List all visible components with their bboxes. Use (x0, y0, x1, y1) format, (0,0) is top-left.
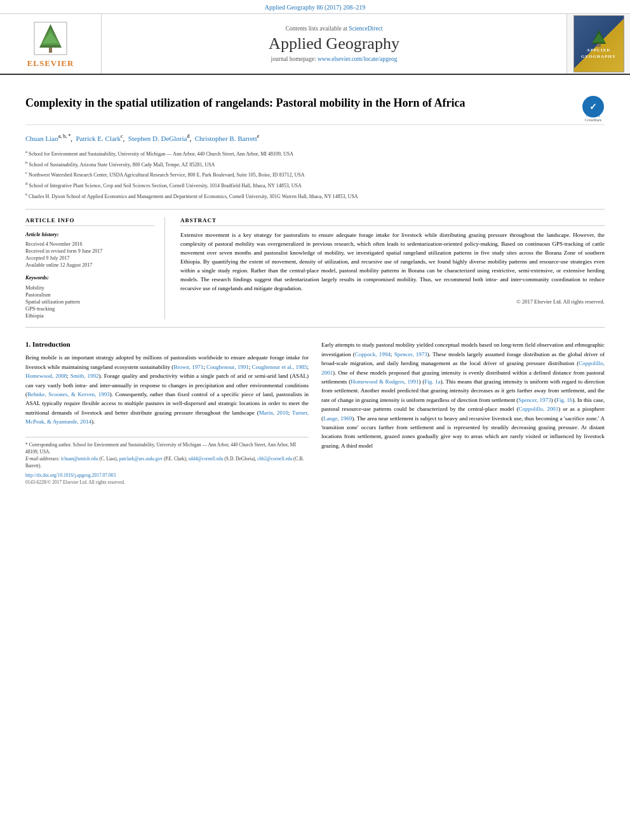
journal-title: Applied Geography (269, 34, 399, 53)
svg-text:CrossMark: CrossMark (586, 114, 601, 117)
article-title-section: Complexity in the spatial utilization of… (25, 88, 605, 125)
author-liao[interactable]: Chuan Liao (25, 135, 58, 142)
affil-d: d School of Integrative Plant Science, C… (25, 180, 605, 190)
journal-homepage: journal homepage: www.elsevier.com/locat… (271, 56, 398, 62)
footnote-area: * Corresponding author. School for Envir… (25, 437, 309, 485)
doi-line: http://dx.doi.org/10.1016/j.apgeog.2017.… (25, 472, 309, 478)
body-right-column: Early attempts to study pastoral mobilit… (321, 340, 605, 484)
abstract-label: ABSTRACT (180, 217, 605, 226)
main-content: Complexity in the spatial utilization of… (0, 75, 630, 498)
introduction-text: Being mobile is an important strategy ad… (25, 353, 309, 426)
accepted-date: Accepted 9 July 2017 (25, 255, 154, 261)
issn-line: 0143-6228/© 2017 Elsevier Ltd. All right… (25, 479, 309, 485)
ref-brown1971[interactable]: Brown, 1971 (173, 364, 203, 370)
ref-coughenour1985[interactable]: Coughenour et al., 1985 (252, 364, 307, 370)
ref-homewood1991[interactable]: Homewood & Rodgers, 1991 (351, 378, 419, 385)
right-column-text: Early attempts to study pastoral mobilit… (321, 340, 605, 450)
email-liao[interactable]: lchuan@umich.edu (61, 456, 98, 462)
sciencedirect-link[interactable]: ScienceDirect (349, 25, 382, 32)
available-date: Available online 12 August 2017 (25, 262, 154, 268)
affil-c: c Northwest Watershed Research Center, U… (25, 170, 605, 179)
article-info-label: ARTICLE INFO (25, 217, 154, 226)
history-label: Article history: (25, 231, 154, 237)
author-degloria[interactable]: Stephen D. DeGloria (128, 135, 187, 142)
article-info-abstract: ARTICLE INFO Article history: Received 4… (25, 209, 605, 328)
elsevier-wordmark: ELSEVIER (27, 58, 74, 69)
citation-link[interactable]: Applied Geography 86 (2017) 208–219 (265, 4, 365, 11)
article-title: Complexity in the spatial utilization of… (25, 95, 575, 110)
journal-header-center: Contents lists available at ScienceDirec… (102, 14, 566, 74)
ref-marin2010[interactable]: Marin, 2010 (259, 410, 288, 416)
received-revised-date: Received in revised form 9 June 2017 (25, 248, 154, 254)
affiliations: a School for Environment and Sustainabil… (25, 149, 605, 200)
keyword-mobility: Mobility (25, 284, 154, 291)
ref-coppolillo2001b[interactable]: Coppolillo, 2001 (518, 406, 558, 412)
keyword-gps: GPS-tracking (25, 305, 154, 312)
badge-applied-text: APPLIED (587, 48, 611, 53)
introduction-heading: 1. Introduction (25, 340, 309, 348)
journal-header: ELSEVIER Contents lists available at Sci… (0, 14, 630, 75)
abstract-text: Extensive movement is a key strategy for… (180, 231, 605, 293)
elsevier-icon (32, 19, 70, 57)
body-content: 1. Introduction Being mobile is an impor… (25, 340, 605, 484)
received-date: Received 4 November 2016 (25, 241, 154, 247)
journal-header-badge: APPLIED GEOGRAPHY (566, 14, 630, 74)
footnote-emails: E-mail addresses: lchuan@umich.edu (C. L… (25, 455, 309, 470)
elsevier-tree-svg (33, 21, 68, 56)
journal-header-logo: ELSEVIER (0, 14, 102, 74)
doi-link[interactable]: http://dx.doi.org/10.1016/j.apgeog.2017.… (25, 472, 116, 478)
email-barrett[interactable]: cbb2@cornell.edu (257, 456, 292, 462)
keyword-ethiopia: Ethiopia (25, 312, 154, 319)
badge-geography-text: GEOGRAPHY (581, 54, 616, 59)
crossmark-icon: ✓ CrossMark (582, 95, 605, 118)
ref-homewood2008[interactable]: Homewood, 2008 (25, 373, 67, 379)
author-clark[interactable]: Patrick E. Clark (76, 135, 121, 142)
ref-fig1a[interactable]: Fig. 1a (424, 378, 440, 385)
ref-coughenour1991[interactable]: Coughenour, 1991 (206, 364, 249, 370)
abstract-column: ABSTRACT Extensive movement is a key str… (178, 217, 605, 319)
ref-coppock1994[interactable]: Coppock, 1994 (355, 351, 391, 357)
badge-tree-icon (589, 29, 608, 48)
affil-e: e Charles H. Dyson School of Applied Eco… (25, 191, 605, 201)
authors-line: Chuan Liaoa, b, *, Patrick E. Clarkc, St… (25, 133, 605, 143)
keywords-section: Keywords: Mobility Pastoralism Spatial u… (25, 274, 154, 319)
svg-text:✓: ✓ (589, 102, 597, 112)
svg-marker-7 (593, 33, 605, 43)
abstract-copyright: © 2017 Elsevier Ltd. All rights reserved… (180, 298, 605, 305)
email-clark[interactable]: patclark@ars.usda.gov (119, 456, 163, 462)
journal-badge: APPLIED GEOGRAPHY (573, 15, 624, 72)
ref-spencer1973[interactable]: Spencer, 1973 (394, 351, 427, 357)
elsevier-logo: ELSEVIER (27, 19, 74, 69)
article-info-column: ARTICLE INFO Article history: Received 4… (25, 217, 165, 319)
keywords-label: Keywords: (25, 274, 154, 281)
contents-line: Contents lists available at ScienceDirec… (285, 25, 382, 32)
ref-lange1969[interactable]: Lange, 1969 (323, 415, 352, 422)
ref-fig1b[interactable]: Fig. 1b (556, 397, 573, 403)
affil-b: b School of Sustainability, Arizona Stat… (25, 159, 605, 169)
ref-smith1992[interactable]: Smith, 1992 (70, 373, 99, 379)
footnote-corresponding: * Corresponding author. School for Envir… (25, 441, 309, 456)
journal-homepage-link[interactable]: www.elsevier.com/locate/apgeog (318, 56, 397, 62)
ref-behnke1993[interactable]: Behnke, Scoones, & Kerven, 1993 (27, 391, 110, 397)
ref-spencer1973b[interactable]: Spencer, 1973 (518, 397, 551, 403)
email-degloria[interactable]: sdd4@cornell.edu (189, 456, 224, 462)
author-barrett[interactable]: Christopher B. Barrett (195, 135, 257, 142)
keyword-spatial: Spatial utilization pattern (25, 298, 154, 305)
citation-bar: Applied Geography 86 (2017) 208–219 (0, 0, 630, 14)
affil-a: a School for Environment and Sustainabil… (25, 149, 605, 158)
keyword-pastoralism: Pastoralism (25, 291, 154, 298)
body-left-column: 1. Introduction Being mobile is an impor… (25, 340, 309, 484)
crossmark-badge: ✓ CrossMark CrossMark (582, 95, 605, 118)
ref-coppolillo2001[interactable]: Coppolillo, 2001 (321, 360, 605, 375)
